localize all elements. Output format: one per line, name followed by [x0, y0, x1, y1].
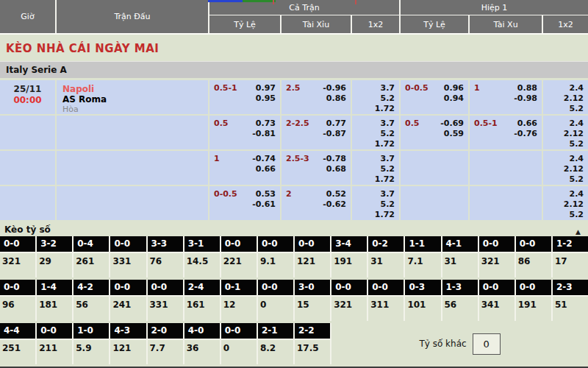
odds-cell-ft-1x2[interactable]: 3.75.21.72 — [352, 80, 399, 114]
odds-value[interactable]: -0.87 — [323, 129, 346, 139]
score-odds[interactable]: 86 — [516, 253, 551, 277]
odds-value[interactable]: 0.94 — [444, 93, 464, 104]
odds-value[interactable]: 1.72 — [375, 174, 395, 185]
odds-cell-ft-1x2[interactable]: 3.75.21.72 — [352, 151, 399, 185]
odds-cell-ft-overunder[interactable]: 2.5-0.960.86 — [282, 80, 351, 114]
odds-value[interactable]: 0.96 — [444, 83, 464, 93]
odds-value[interactable]: 2.12 — [564, 129, 584, 139]
odds-value[interactable]: 0.68 — [323, 164, 346, 174]
odds-value[interactable]: -0.81 — [252, 129, 276, 139]
score-odds[interactable]: 31 — [368, 253, 404, 277]
odds-cell-ft-overunder[interactable]: 2.5-3-0.780.68 — [282, 151, 351, 185]
odds-value[interactable]: -0.69 — [440, 118, 464, 129]
score-odds[interactable]: 311 — [368, 297, 404, 321]
odds-value[interactable]: 1.72 — [375, 139, 395, 149]
odds-cell-ft-1x2[interactable]: 3.75.21.72 — [352, 116, 399, 149]
odds-value[interactable]: -0.61 — [252, 199, 276, 210]
score-odds[interactable]: 17 — [553, 253, 588, 277]
other-score-input[interactable] — [473, 333, 501, 355]
odds-value[interactable]: 2.4 — [564, 189, 584, 199]
odds-value[interactable]: -0.96 — [323, 83, 346, 93]
odds-value[interactable]: 0.59 — [440, 129, 464, 139]
odds-cell-ft-handicap[interactable]: 0.50.73-0.81 — [209, 116, 280, 149]
odds-cell-ft-1x2[interactable]: 3.75.21.72 — [352, 186, 399, 220]
score-odds[interactable]: 101 — [405, 297, 440, 321]
odds-cell-h1-handicap[interactable]: 0.5-0.690.59 — [401, 116, 468, 149]
odds-cell-h1-handicap[interactable] — [401, 151, 468, 185]
score-odds[interactable]: 5.9 — [74, 340, 109, 364]
score-odds[interactable]: 36 — [184, 340, 220, 364]
odds-value[interactable]: -0.76 — [514, 129, 537, 139]
odds-value[interactable]: 0.88 — [514, 83, 537, 93]
odds-value[interactable]: 3.7 — [375, 189, 395, 199]
score-odds[interactable]: 221 — [221, 253, 257, 277]
score-odds[interactable]: 121 — [295, 253, 330, 277]
odds-cell-ft-handicap[interactable]: 0-0.50.53-0.61 — [209, 186, 280, 220]
score-odds[interactable]: 96 — [0, 297, 35, 321]
odds-value[interactable]: 0.53 — [252, 189, 276, 199]
odds-cell-h1-1x2[interactable]: 2.42.125.2 — [543, 186, 588, 220]
score-odds[interactable]: 161 — [184, 297, 220, 321]
odds-value[interactable]: 5.2 — [564, 104, 584, 114]
score-odds[interactable]: 17.5 — [295, 340, 330, 364]
score-odds[interactable]: 14.5 — [184, 253, 220, 277]
score-odds[interactable]: 211 — [37, 340, 72, 364]
odds-value[interactable]: 5.2 — [564, 139, 584, 149]
score-odds[interactable]: 0 — [221, 340, 257, 364]
odds-value[interactable]: 2.12 — [564, 199, 584, 210]
score-odds[interactable]: 0 — [258, 297, 293, 321]
score-odds[interactable]: 191 — [331, 253, 367, 277]
odds-cell-ft-overunder[interactable]: 2-2.50.77-0.87 — [282, 116, 351, 149]
score-odds[interactable]: 191 — [516, 297, 551, 321]
score-odds[interactable]: 321 — [479, 253, 514, 277]
odds-cell-h1-1x2[interactable]: 2.42.125.2 — [543, 116, 588, 149]
odds-cell-h1-overunder[interactable] — [470, 151, 542, 185]
odds-value[interactable]: 2.12 — [564, 164, 584, 174]
odds-value[interactable]: 0.77 — [323, 118, 346, 129]
score-odds[interactable]: 56 — [442, 297, 478, 321]
score-odds[interactable]: 7.1 — [405, 253, 440, 277]
score-odds[interactable]: 31 — [442, 253, 478, 277]
score-odds[interactable]: 251 — [0, 340, 35, 364]
odds-cell-h1-1x2[interactable]: 2.42.125.2 — [543, 151, 588, 185]
score-odds[interactable]: 341 — [479, 297, 514, 321]
odds-value[interactable]: 0.66 — [514, 118, 537, 129]
odds-cell-ft-handicap[interactable]: 0.5-10.970.95 — [209, 80, 280, 114]
score-section-header[interactable]: Kèo tỷ số ▲ — [0, 222, 588, 236]
odds-value[interactable]: 1.72 — [375, 104, 395, 114]
odds-value[interactable]: -0.62 — [323, 199, 346, 210]
odds-cell-ft-handicap[interactable]: 1-0.740.66 — [209, 151, 280, 185]
odds-value[interactable]: 0.86 — [323, 93, 346, 104]
odds-value[interactable]: 5.2 — [375, 93, 395, 104]
score-odds[interactable]: 12 — [221, 297, 257, 321]
odds-value[interactable]: 2.4 — [564, 118, 584, 129]
odds-value[interactable]: 3.7 — [375, 83, 395, 93]
odds-value[interactable]: 0.95 — [256, 93, 276, 104]
odds-value[interactable]: 0.52 — [323, 189, 346, 199]
score-odds[interactable]: 51 — [553, 297, 588, 321]
score-odds[interactable]: 261 — [74, 253, 109, 277]
score-odds[interactable]: 321 — [0, 253, 35, 277]
score-odds[interactable]: 181 — [37, 297, 72, 321]
score-odds[interactable]: 7.7 — [148, 340, 183, 364]
odds-value[interactable]: 5.2 — [375, 129, 395, 139]
odds-value[interactable]: 5.2 — [375, 199, 395, 210]
odds-value[interactable]: -0.74 — [252, 154, 276, 164]
odds-value[interactable]: 0.66 — [252, 164, 276, 174]
collapse-icon[interactable]: ▲ — [576, 224, 581, 240]
score-odds[interactable]: 331 — [148, 297, 183, 321]
odds-cell-h1-1x2[interactable]: 2.42.125.2 — [543, 80, 588, 114]
odds-value[interactable]: 0.97 — [256, 83, 276, 93]
odds-value[interactable]: 1.72 — [375, 210, 395, 220]
odds-cell-h1-handicap[interactable] — [401, 186, 468, 220]
odds-value[interactable]: 5.2 — [564, 210, 584, 220]
odds-value[interactable]: 3.7 — [375, 154, 395, 164]
score-odds[interactable]: 8.2 — [258, 340, 293, 364]
score-odds[interactable]: 321 — [331, 297, 367, 321]
odds-value[interactable]: 5.2 — [375, 164, 395, 174]
odds-value[interactable]: -0.78 — [323, 154, 346, 164]
odds-value[interactable]: 0.73 — [252, 118, 276, 129]
score-odds[interactable]: 331 — [110, 253, 146, 277]
score-odds[interactable]: 121 — [110, 340, 146, 364]
odds-cell-ft-overunder[interactable]: 20.52-0.62 — [282, 186, 351, 220]
